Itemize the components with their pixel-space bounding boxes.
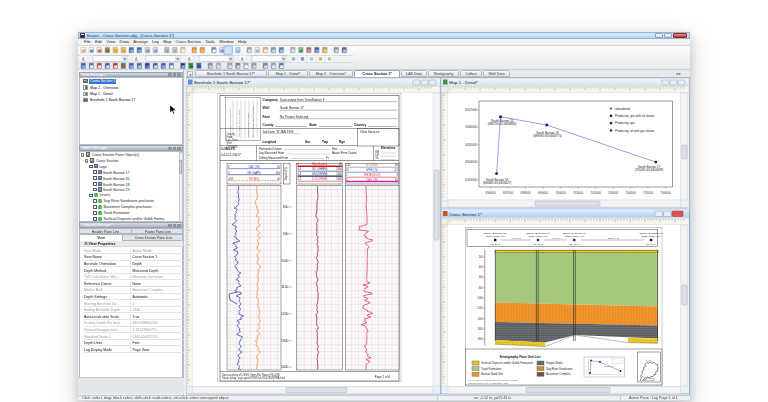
svg-text:6303000: 6303000 xyxy=(465,178,477,182)
svg-text:703000: 703000 xyxy=(608,191,618,195)
svg-text:LONGSTI: LONGSTI xyxy=(222,147,236,151)
svg-text:(696685.63,6303427): (696685.63,6303427) xyxy=(483,181,512,185)
svg-text:Geol. courtesy of USGS Open-Fi: Geol. courtesy of USGS Open-File Report … xyxy=(468,379,518,381)
svg-text:Drilling Measured From: Drilling Measured From xyxy=(259,156,289,160)
svg-text:South Barrow 17: South Barrow 17 xyxy=(280,106,304,110)
svg-text:699000: 699000 xyxy=(538,191,548,195)
svg-text:Log Measured From: Log Measured From xyxy=(259,151,285,155)
svg-text:Sag River Sandstone: Sag River Sandstone xyxy=(546,367,573,371)
svg-text:Other Services:: Other Services: xyxy=(360,130,380,134)
svg-text:140: 140 xyxy=(346,163,351,167)
svg-text:900: 900 xyxy=(283,232,289,236)
svg-text:1400: 1400 xyxy=(281,365,289,369)
svg-text:South Barrow 17 well: South Barrow 17 well xyxy=(247,113,250,137)
svg-text:Ft: Ft xyxy=(326,156,329,160)
svg-text:696000: 696000 xyxy=(486,191,496,195)
svg-text:Sur: Sur xyxy=(305,140,311,144)
svg-text:~740.3 m: ~740.3 m xyxy=(511,237,521,239)
svg-text:400: 400 xyxy=(479,265,484,269)
svg-text:Torok Formation: Torok Formation xyxy=(481,367,502,371)
svg-text:DT (US/F): DT (US/F) xyxy=(366,163,378,167)
svg-text:LL8 (OHMM): LL8 (OHMM) xyxy=(312,177,328,181)
svg-text:Surficial Deposits and/or Gubi: Surficial Deposits and/or Gubik Formatio… xyxy=(481,361,533,365)
svg-text:0.2: 0.2 xyxy=(298,177,302,181)
svg-text:150: 150 xyxy=(276,171,281,175)
svg-text:Map 1 - Detail*: Map 1 - Detail* xyxy=(449,80,478,85)
svg-text:Well: Well xyxy=(263,106,270,110)
svg-text:6307000: 6307000 xyxy=(465,108,477,112)
svg-text:TD: 2440: TD: 2440 xyxy=(533,243,544,246)
svg-text:GR (GAPI): GR (GAPI) xyxy=(248,171,261,175)
svg-text:6306000: 6306000 xyxy=(465,125,477,129)
svg-text:Longitud: Longitud xyxy=(263,140,277,144)
svg-text:1200: 1200 xyxy=(281,312,289,316)
svg-text:ELEVATION: 6 M: ELEVATION: 6 M xyxy=(529,235,547,238)
svg-text:Barrow Sand Unit: Barrow Sand Unit xyxy=(481,372,503,376)
svg-text:Rge: Rge xyxy=(339,140,345,144)
svg-text:Data output from TerraStation: Data output from TerraStation II xyxy=(280,98,325,102)
svg-text:800: 800 xyxy=(283,205,289,209)
svg-text:1300: 1300 xyxy=(281,339,289,343)
svg-text:ILD (OHMM): ILD (OHMM) xyxy=(312,167,327,171)
svg-text:~740.3 m: ~740.3 m xyxy=(551,237,561,239)
svg-text:NPHI (%): NPHI (%) xyxy=(366,168,377,172)
svg-text:6305000: 6305000 xyxy=(465,143,477,147)
svg-text:04-021-20617: 04-021-20617 xyxy=(222,153,242,157)
svg-text:Cross Section 1*: Cross Section 1* xyxy=(449,212,482,217)
svg-text:Producing, gas with oil shows: Producing, gas with oil shows xyxy=(615,114,655,118)
svg-text:Face: Face xyxy=(263,115,271,119)
svg-text:704000: 704000 xyxy=(626,191,636,195)
svg-text:MicroLateral: MicroLateral xyxy=(312,162,327,166)
svg-text:ELEVATION: 6 M: ELEVATION: 6 M xyxy=(486,235,504,238)
svg-text:TD: 2440: TD: 2440 xyxy=(490,243,501,246)
svg-text:GL: GL xyxy=(376,156,380,160)
svg-text:State: State xyxy=(309,123,317,127)
svg-text:-15: -15 xyxy=(394,168,398,172)
svg-text:706000: 706000 xyxy=(661,191,671,195)
svg-text:TD: 2440: TD: 2440 xyxy=(646,243,657,246)
svg-text:Basement Complex: Basement Complex xyxy=(546,372,571,376)
svg-text:ILM (OHMM): ILM (OHMM) xyxy=(312,172,328,176)
svg-text:200: 200 xyxy=(479,255,484,259)
svg-text:Twp: Twp xyxy=(322,140,328,144)
svg-text:697000: 697000 xyxy=(503,191,513,195)
svg-text:Barrow area: Barrow area xyxy=(644,379,656,381)
svg-text:Depth (Ft): Depth (Ft) xyxy=(284,167,288,180)
svg-text:Page 2 of 4: Page 2 of 4 xyxy=(375,375,391,379)
svg-text:800: 800 xyxy=(479,286,484,290)
svg-text:Overview: Overview xyxy=(604,365,613,367)
svg-text:Above Perm Datum: Above Perm Datum xyxy=(332,151,357,155)
svg-text:0.2: 0.2 xyxy=(298,167,302,171)
svg-text:701000: 701000 xyxy=(573,191,583,195)
svg-text:Producing, gas: Producing, gas xyxy=(615,121,636,125)
svg-text:Loc. Desc. 31 JAN 1995: Loc. Desc. 31 JAN 1995 xyxy=(238,109,241,137)
svg-text:1100: 1100 xyxy=(281,285,288,289)
svg-text:Job Date: 31 JAN 1995: Job Date: 31 JAN 1995 xyxy=(263,130,294,134)
svg-text:(699092.63,6306771): (699092.63,6306771) xyxy=(533,134,562,138)
svg-text:2000: 2000 xyxy=(336,177,342,181)
svg-text:Strata listing: usgs.gov/of/19: Strata listing: usgs.gov/of/1999/ofr-99-… xyxy=(222,376,286,380)
svg-text:(696726.63,6306880): (696726.63,6306880) xyxy=(488,122,517,126)
svg-text:usgs.gov/of/1999/ofr-99-0286/N: usgs.gov/of/1999/ofr-99-0286/NPRA.html xyxy=(468,382,509,384)
svg-text:6304000: 6304000 xyxy=(465,160,477,164)
svg-text:SP (MV): SP (MV) xyxy=(249,177,259,181)
svg-text:600: 600 xyxy=(479,275,484,279)
svg-text:1200: 1200 xyxy=(477,306,483,310)
svg-text:(705081.63,6304089): (705081.63,6304089) xyxy=(635,168,664,172)
svg-text:1000: 1000 xyxy=(281,259,289,263)
svg-text:Country: Country xyxy=(354,123,366,127)
svg-text:Stratigraphy Pane Unit List: Stratigraphy Pane Unit List xyxy=(500,355,542,359)
svg-text:DATA LINER OGIL SCHMID: DATA LINER OGIL SCHMID xyxy=(252,105,255,137)
svg-text:-160: -160 xyxy=(228,177,234,181)
svg-text:Elevations: Elevations xyxy=(381,146,396,150)
svg-text:Elev: Elev xyxy=(332,147,338,151)
svg-text:0.2: 0.2 xyxy=(298,172,302,176)
svg-text:1400: 1400 xyxy=(477,317,483,321)
svg-text:~2365.79 m: ~2365.79 m xyxy=(606,237,618,239)
svg-text:No Project Selected: No Project Selected xyxy=(280,115,308,119)
svg-text:County: County xyxy=(263,123,274,127)
svg-text:CALI (IN): CALI (IN) xyxy=(248,165,259,169)
svg-text:2000: 2000 xyxy=(336,172,342,176)
svg-text:Company: Company xyxy=(263,98,279,102)
svg-text:1800: 1800 xyxy=(477,337,483,341)
